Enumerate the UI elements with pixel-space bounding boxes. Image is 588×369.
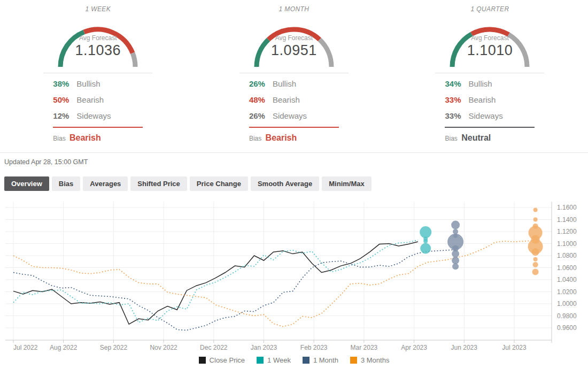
sideways-pct: 26% [249, 111, 273, 120]
x-axis-tick-label: Jun 2023 [451, 344, 478, 351]
legend-label: 1 Month [313, 356, 338, 364]
bias-row: Bias Bearish [43, 128, 152, 143]
y-axis-tick-label: 1.0400 [557, 276, 577, 283]
bullish-pct: 38% [53, 79, 76, 88]
y-axis-tick-label: 1.0800 [557, 252, 577, 259]
bearish-pct: 33% [445, 95, 468, 104]
legend-label: 3 Months [361, 356, 389, 364]
tab-shifted-price[interactable]: Shifted Price [130, 176, 187, 191]
y-axis-tick-label: 1.0000 [557, 300, 577, 308]
x-axis-tick-label: Apr 2023 [401, 344, 427, 351]
panel-title: 1 WEEK [43, 4, 152, 14]
panel-title: 1 MONTH [239, 4, 349, 14]
x-axis-tick-label: Mar 2023 [351, 344, 378, 351]
legend-item-1-month: 1 Month [303, 356, 338, 364]
sideways-pct: 33% [445, 111, 468, 120]
panel-title: 1 QUARTER [435, 4, 544, 14]
forecast-bubble [423, 239, 428, 243]
bubbles-3-months [528, 208, 543, 275]
forecast-bubble [452, 263, 459, 270]
forecast-chart[interactable]: 1.16001.14001.12001.10001.08001.06001.04… [0, 196, 588, 355]
stat-row-bullish: 38% Bullish [43, 75, 152, 91]
x-axis-tick-label: Nov 2022 [150, 344, 177, 351]
chart-gridlines [5, 202, 552, 340]
sideways-pct: 12% [53, 111, 76, 120]
y-axis-tick-label: 1.1400 [557, 216, 577, 224]
x-axis-tick-label: Feb 2023 [300, 344, 328, 351]
stats-divider [43, 73, 152, 73]
tab-overview[interactable]: Overview [4, 176, 49, 191]
stats-divider [435, 73, 544, 73]
avg-forecast-label: Avg Forecast [249, 34, 339, 42]
bias-row: Bias Neutral [435, 128, 544, 143]
forecast-bubble [533, 257, 538, 262]
bias-label: Bias [445, 135, 457, 142]
chart-axes [5, 202, 552, 343]
stat-row-bearish: 50% Bearish [43, 91, 152, 107]
legend-swatch [350, 357, 357, 364]
legend-item-1-week: 1 Week [257, 356, 291, 364]
y-axis-tick-label: 0.9600 [557, 324, 577, 332]
forecast-panel-1-month: 1 MONTH Avg Forecast 1.0951 26% Bullish … [196, 4, 392, 143]
stat-row-sideways: 33% Sideways [435, 107, 544, 124]
bias-label: Bias [53, 135, 65, 142]
x-axis-tick-label: Sep 2022 [100, 344, 128, 351]
bullish-label: Bullish [273, 79, 296, 88]
legend-swatch [257, 357, 264, 364]
stat-row-bullish: 26% Bullish [239, 75, 349, 91]
stat-row-sideways: 12% Sideways [43, 107, 152, 124]
chart-legend: Close Price1 Week1 Month3 Months [0, 355, 588, 365]
y-axis-tick-label: 1.1200 [557, 228, 577, 235]
bias-value: Neutral [461, 133, 491, 142]
avg-forecast-label: Avg Forecast [52, 34, 143, 42]
y-axis-tick-label: 0.9800 [557, 312, 577, 320]
series-1-week [13, 240, 418, 322]
y-axis-tick-label: 1.0200 [557, 288, 577, 296]
series-close-price [13, 242, 418, 324]
avg-forecast-value: 1.1036 [52, 42, 143, 59]
x-axis-tick-label: Jul 2022 [13, 344, 38, 351]
stat-row-bearish: 48% Bearish [239, 91, 349, 107]
avg-forecast-value: 1.0951 [249, 42, 339, 59]
forecast-panels: 1 WEEK Avg Forecast 1.1036 38% Bullish 5… [0, 0, 588, 143]
forecast-bubble [452, 250, 459, 258]
bubbles-1-month [447, 221, 463, 270]
forecast-bubble [532, 248, 539, 256]
bearish-pct: 48% [249, 95, 273, 104]
tab-minim-max[interactable]: Minim/Max [322, 176, 371, 191]
series-1-month [13, 250, 457, 330]
forecast-chart-area: 1.16001.14001.12001.10001.08001.06001.04… [0, 196, 588, 365]
stats-divider [239, 73, 349, 73]
forecast-bubble [533, 208, 538, 212]
tab-bias[interactable]: Bias [52, 176, 80, 191]
bias-value: Bearish [266, 133, 297, 142]
avg-forecast-value: 1.1010 [444, 42, 535, 59]
bullish-pct: 34% [445, 79, 468, 88]
legend-swatch [303, 357, 310, 364]
forecast-bubble [451, 221, 460, 229]
legend-label: Close Price [210, 356, 245, 364]
forecast-bubble [452, 257, 459, 264]
legend-item-3-months: 3 Months [350, 356, 389, 364]
bias-row: Bias Bearish [239, 128, 349, 143]
bearish-label: Bearish [273, 95, 300, 104]
bullish-label: Bullish [468, 79, 492, 88]
chart-axis-labels: 1.16001.14001.12001.10001.08001.06001.04… [13, 204, 577, 351]
bias-label: Bias [249, 135, 261, 142]
bullish-label: Bullish [76, 79, 100, 88]
forecast-bubble [453, 229, 458, 234]
forecast-bubble [420, 226, 431, 238]
legend-label: 1 Week [267, 356, 291, 364]
bias-value: Bearish [69, 133, 101, 142]
x-axis-tick-label: Jul 2023 [502, 344, 527, 351]
tab-smooth-average[interactable]: Smooth Average [251, 176, 319, 191]
stat-row-sideways: 26% Sideways [239, 107, 349, 124]
tab-price-change[interactable]: Price Change [190, 176, 248, 191]
forecast-bubble [533, 218, 538, 222]
forecast-bubble [420, 243, 431, 254]
sideways-label: Sideways [273, 111, 307, 120]
forecast-panel-1-quarter: 1 QUARTER Avg Forecast 1.1010 34% Bullis… [392, 4, 588, 143]
stat-row-bullish: 34% Bullish [435, 75, 544, 91]
forecast-bubble [533, 262, 538, 267]
tab-averages[interactable]: Averages [83, 176, 128, 191]
